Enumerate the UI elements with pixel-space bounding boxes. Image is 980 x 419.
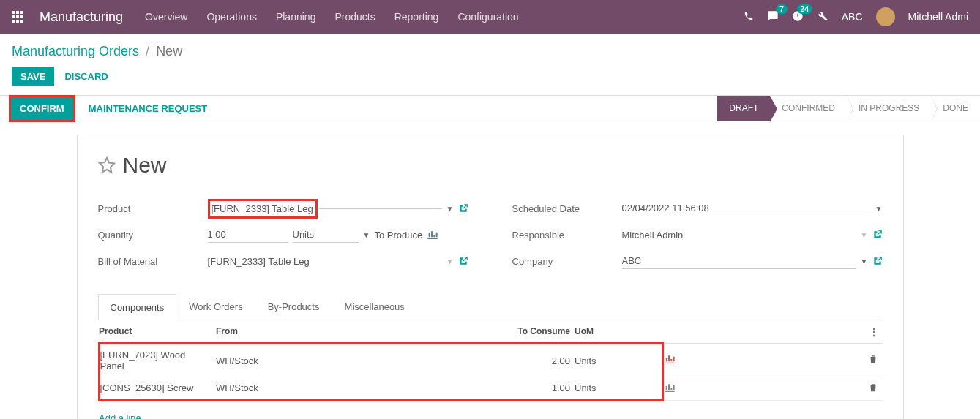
forecast-icon[interactable]: [664, 355, 676, 363]
quantity-uom-dropdown-icon[interactable]: ▼: [363, 231, 370, 239]
save-button[interactable]: SAVE: [12, 67, 54, 86]
user-name[interactable]: Mitchell Admi: [908, 11, 968, 23]
table-row[interactable]: [CONS_25630] Screw WH/Stock 1.00 Units: [99, 377, 883, 400]
messages-icon[interactable]: 7: [767, 10, 779, 24]
nav-configuration[interactable]: Configuration: [457, 11, 518, 23]
stage-confirmed[interactable]: CONFIRMED: [770, 96, 847, 121]
form-sheet: New Product ▼ Quantity: [77, 135, 904, 419]
company-label: Company: [512, 256, 622, 267]
bom-field[interactable]: [208, 254, 442, 269]
activities-icon[interactable]: 24: [792, 10, 804, 24]
cell-product[interactable]: [FURN_7023] Wood Panel: [99, 344, 216, 377]
nav-planning[interactable]: Planning: [276, 11, 316, 23]
app-title[interactable]: Manufacturing: [40, 10, 123, 25]
cell-from[interactable]: WH/Stock: [216, 344, 406, 377]
forecast-icon[interactable]: [427, 230, 438, 239]
col-from: From: [216, 320, 406, 344]
phone-icon[interactable]: [744, 11, 754, 23]
discard-button[interactable]: DISCARD: [61, 67, 111, 86]
status-bar: CONFIRM MAINTENANCE REQUEST DRAFT CONFIR…: [0, 95, 980, 121]
bom-dropdown-icon[interactable]: ▼: [446, 257, 454, 265]
confirm-button[interactable]: CONFIRM: [11, 97, 73, 120]
stage-chevrons: DRAFT CONFIRMED IN PROGRESS DONE: [717, 96, 980, 121]
action-row: SAVE DISCARD: [0, 64, 980, 95]
nav-products[interactable]: Products: [334, 11, 375, 23]
cell-uom[interactable]: Units: [575, 344, 626, 377]
company-external-link-icon[interactable]: [872, 256, 883, 266]
table-row[interactable]: [FURN_7023] Wood Panel WH/Stock 2.00 Uni…: [99, 344, 883, 377]
breadcrumb-sep: /: [146, 44, 149, 58]
messages-badge: 7: [776, 4, 788, 14]
table-options-icon[interactable]: ⋮: [869, 327, 878, 337]
tabs: Components Work Orders By-Products Misce…: [98, 293, 883, 320]
add-line-link[interactable]: Add a line: [99, 407, 141, 420]
company-switch[interactable]: ABC: [842, 11, 863, 23]
nav-operations[interactable]: Operations: [206, 11, 256, 23]
product-field[interactable]: [212, 201, 314, 216]
stage-draft[interactable]: DRAFT: [717, 96, 770, 121]
breadcrumb: Manufacturing Orders / New: [0, 34, 980, 64]
page-title: New: [123, 153, 167, 178]
stage-done[interactable]: DONE: [931, 96, 980, 121]
cell-product[interactable]: [CONS_25630] Screw: [99, 377, 216, 400]
forecast-icon[interactable]: [664, 383, 676, 392]
nav-reporting[interactable]: Reporting: [394, 11, 439, 23]
breadcrumb-current: New: [156, 44, 182, 58]
scheduled-date-field[interactable]: [622, 200, 871, 216]
nav-overview[interactable]: Overview: [145, 11, 187, 23]
company-field[interactable]: [622, 253, 856, 269]
tools-icon[interactable]: [817, 10, 828, 24]
cell-from[interactable]: WH/Stock: [216, 377, 406, 400]
delete-row-icon[interactable]: [868, 354, 878, 364]
quantity-field[interactable]: [208, 227, 288, 243]
bom-label: Bill of Material: [98, 256, 208, 267]
nav-menu: Overview Operations Planning Products Re…: [145, 11, 519, 23]
tab-components[interactable]: Components: [98, 294, 177, 320]
tab-work-orders[interactable]: Work Orders: [176, 293, 255, 320]
top-navbar: Manufacturing Overview Operations Planni…: [0, 0, 980, 34]
tab-by-products[interactable]: By-Products: [255, 293, 332, 320]
stage-in-progress[interactable]: IN PROGRESS: [847, 96, 931, 121]
delete-row-icon[interactable]: [868, 382, 878, 393]
col-to-consume: To Consume: [406, 320, 575, 344]
col-product: Product: [99, 320, 216, 344]
company-dropdown-icon[interactable]: ▼: [861, 257, 868, 265]
bom-external-link-icon[interactable]: [458, 256, 468, 266]
responsible-field[interactable]: [622, 227, 856, 243]
cell-uom[interactable]: Units: [575, 377, 626, 400]
responsible-dropdown-icon[interactable]: ▼: [861, 231, 868, 239]
product-label: Product: [98, 203, 208, 214]
apps-icon[interactable]: [12, 11, 23, 23]
activities-badge: 24: [797, 4, 812, 14]
avatar[interactable]: [876, 7, 895, 26]
favorite-star-icon[interactable]: [98, 156, 116, 174]
components-table: Product From To Consume UoM ⋮ [FURN_7023…: [98, 320, 883, 419]
quantity-suffix: To Produce: [374, 230, 422, 241]
col-uom: UoM: [575, 320, 626, 344]
product-external-link-icon[interactable]: [458, 203, 468, 214]
maintenance-request-button[interactable]: MAINTENANCE REQUEST: [81, 97, 215, 120]
responsible-label: Responsible: [512, 230, 622, 241]
product-dropdown-icon[interactable]: ▼: [446, 205, 454, 213]
cell-to-consume[interactable]: 1.00: [406, 377, 575, 400]
cell-to-consume[interactable]: 2.00: [406, 344, 575, 377]
quantity-label: Quantity: [98, 230, 208, 241]
scheduled-date-label: Scheduled Date: [512, 203, 622, 214]
responsible-external-link-icon[interactable]: [872, 230, 883, 240]
tab-miscellaneous[interactable]: Miscellaneous: [332, 293, 416, 320]
quantity-uom-field[interactable]: [293, 227, 359, 243]
scheduled-dropdown-icon[interactable]: ▼: [875, 205, 883, 213]
breadcrumb-root[interactable]: Manufacturing Orders: [12, 44, 139, 58]
